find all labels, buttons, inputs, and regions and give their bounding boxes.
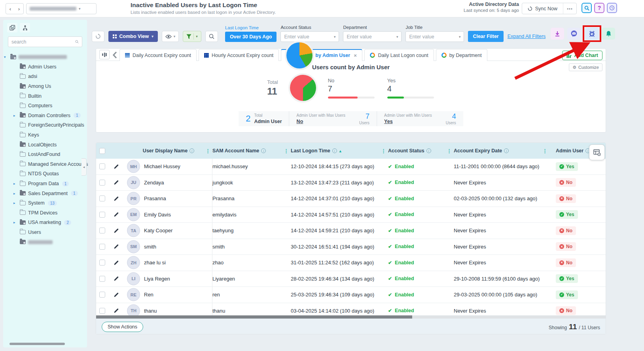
tree-item[interactable]: Builtin (3, 91, 87, 101)
edit-user-button[interactable] (114, 164, 119, 169)
column-menu-icon[interactable]: ⋮ (381, 148, 386, 154)
column-chooser-button[interactable] (589, 144, 605, 160)
back-icon[interactable]: ‹ (9, 6, 11, 12)
tree-item[interactable]: Program Data 1 (3, 179, 87, 189)
column-menu-icon[interactable]: ⋮ (284, 148, 289, 154)
customize-button[interactable]: ⚙ Customize (569, 63, 602, 71)
tree-item[interactable]: LocalObjects (3, 140, 87, 150)
row-checkbox[interactable] (99, 180, 105, 186)
sort-asc-icon[interactable]: ▴ (339, 149, 341, 153)
edit-user-button[interactable] (114, 244, 119, 249)
tree-item[interactable]: Managed Service Accounts (3, 159, 87, 169)
applied-filter-value[interactable]: Over 30 Days Ago (225, 32, 277, 42)
column-header-account-status[interactable]: Account Status i ⋮ (388, 143, 454, 159)
column-menu-icon[interactable]: ⋮ (542, 148, 547, 154)
tree-item[interactable]: NTDS Quotas (3, 169, 87, 179)
email-report-button[interactable] (567, 28, 581, 40)
column-header-last-logon[interactable]: Last Logon Time i ▴ ⋮ (291, 143, 388, 159)
department-select[interactable]: Enter value ▾ (343, 31, 402, 42)
tree-item[interactable]: Sales Department 1 (3, 188, 87, 198)
chart-tab[interactable]: Hourly Account Expiry count (199, 49, 279, 61)
row-checkbox[interactable] (99, 276, 105, 282)
tree-item[interactable]: Among Us (3, 82, 87, 91)
report-selector-dropdown[interactable]: ▾ (26, 3, 97, 14)
toggle-charts-button[interactable] (99, 50, 110, 59)
chart-tab[interactable]: Daily Account Expiry count (119, 49, 197, 61)
sidebar-search-input[interactable] (11, 39, 75, 45)
row-checkbox[interactable] (99, 244, 105, 250)
reset-button[interactable] (92, 31, 104, 42)
tree-expand-icon[interactable] (13, 192, 17, 195)
summary-key-link[interactable]: Yes (384, 119, 393, 124)
job-title-select[interactable]: Enter value ▾ (405, 31, 464, 42)
edit-user-button[interactable] (114, 212, 119, 217)
tree-item[interactable]: Computers (3, 101, 87, 111)
edit-user-button[interactable] (114, 276, 119, 281)
tree-item[interactable]: LostAndFound (3, 150, 87, 159)
notifications-button[interactable] (602, 28, 615, 40)
row-checkbox[interactable] (99, 195, 105, 201)
edit-user-button[interactable] (114, 260, 119, 266)
tree-expand-icon[interactable] (13, 114, 17, 118)
column-menu-icon[interactable]: ⋮ (447, 148, 452, 154)
sync-now-button[interactable]: Sync Now (522, 3, 563, 14)
global-search-button[interactable] (581, 3, 592, 13)
chart-tab[interactable]: Daily Last Logon count (364, 49, 434, 61)
tree-item[interactable]: TPM Devices (3, 208, 87, 218)
edit-user-button[interactable] (114, 308, 119, 313)
tree-item[interactable] (3, 52, 87, 62)
column-menu-icon[interactable]: ⋮ (205, 148, 210, 154)
sync-more-button[interactable]: ••• (563, 3, 576, 14)
tree-expand-icon[interactable] (4, 55, 8, 59)
sidebar-collapse-handle[interactable]: ◂ (81, 158, 87, 176)
org-tree-button[interactable] (20, 23, 30, 32)
clear-filter-button[interactable]: Clear Filter (468, 31, 503, 42)
column-header-sam[interactable]: SAM Account Name i ⋮ (212, 143, 291, 159)
edit-user-button[interactable] (114, 292, 119, 298)
column-visibility-dropdown[interactable]: ▾ (162, 31, 179, 42)
tabs-scroll-left-button[interactable] (113, 51, 117, 59)
column-header-display-name[interactable]: User Display Name i ⋮ (125, 143, 212, 159)
table-search-button[interactable] (205, 31, 218, 42)
tree-expand-icon[interactable] (13, 201, 17, 205)
close-icon[interactable] (354, 53, 357, 58)
forward-icon[interactable]: › (18, 6, 20, 12)
tree-expand-icon[interactable] (13, 182, 17, 186)
tree-expand-icon[interactable] (13, 220, 17, 224)
tree-item[interactable]: USA marketing 2 (3, 218, 87, 228)
pie-chart[interactable] (290, 75, 316, 101)
filter-dropdown[interactable]: ▾ (183, 31, 201, 42)
schedule-report-button[interactable] (585, 28, 599, 40)
sidebar-scrollbar[interactable] (9, 343, 65, 345)
show-actions-button[interactable]: Show Actions (102, 322, 143, 332)
chart-tab[interactable]: by Department (436, 49, 487, 61)
tree-item[interactable]: System 13 (3, 198, 87, 208)
select-all-checkbox[interactable] (99, 148, 105, 154)
tree-item[interactable]: adsi (3, 72, 87, 82)
row-checkbox[interactable] (99, 308, 105, 314)
tree-item[interactable] (3, 237, 87, 247)
export-button[interactable] (551, 28, 564, 40)
multi-select-button[interactable] (7, 23, 17, 32)
tree-item[interactable]: Keys (3, 130, 87, 140)
tree-item[interactable]: Users (3, 228, 87, 237)
edit-user-button[interactable] (114, 228, 119, 233)
row-checkbox[interactable] (99, 163, 105, 169)
edit-user-button[interactable] (114, 180, 119, 185)
row-checkbox[interactable] (99, 212, 105, 218)
edit-user-button[interactable] (114, 196, 119, 201)
row-checkbox[interactable] (99, 292, 105, 298)
chart-tab[interactable]: by Admin User (281, 49, 362, 61)
expand-all-filters-link[interactable]: Expand All Filters (508, 34, 546, 39)
tree-item[interactable]: ForeignSecurityPrincipals (3, 120, 87, 130)
scrollbar-thumb[interactable] (96, 315, 412, 319)
row-checkbox[interactable] (99, 260, 105, 266)
column-header-account-expiry[interactable]: Account Expiry Date i ⋮ (454, 143, 549, 159)
account-status-select[interactable]: Enter value ▾ (280, 31, 339, 42)
history-button[interactable] (607, 3, 617, 13)
tree-item[interactable]: Admin Users (3, 62, 87, 72)
add-chart-button[interactable]: Add Chart (562, 51, 602, 60)
summary-key-link[interactable]: No (297, 119, 303, 124)
tree-item[interactable]: Domain Controllers 1 (3, 111, 87, 121)
row-checkbox[interactable] (99, 228, 105, 233)
